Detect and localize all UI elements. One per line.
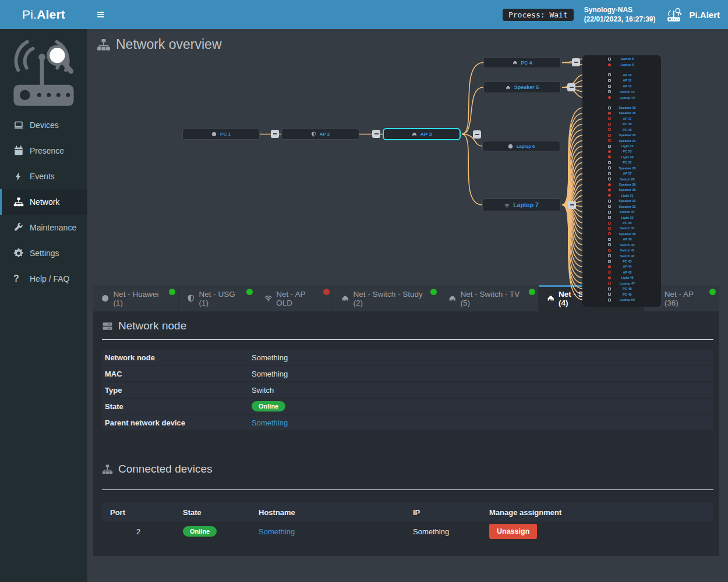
device-item-switch-37[interactable]: Switch 37 bbox=[582, 226, 661, 231]
process-status-badge: Process: Wait bbox=[503, 9, 574, 21]
connected-devices-table: PortStateHostnameIPManage assignment2Onl… bbox=[102, 489, 713, 541]
sidebar-item-help-faq[interactable]: ?Help / FAQ bbox=[0, 266, 87, 292]
device-item-ap-10[interactable]: AP 10 bbox=[582, 72, 661, 77]
device-item-speaker-20[interactable]: Speaker 20 bbox=[582, 133, 661, 138]
sidebar-item-devices[interactable]: Devices bbox=[0, 112, 87, 138]
network-node-laptop-7[interactable]: Laptop 7 bbox=[482, 198, 561, 211]
device-item-speaker-29[interactable]: Speaker 29 bbox=[582, 182, 661, 187]
sidebar: Pi.Alert DevicesPresenceEventsNetworkMai… bbox=[0, 0, 87, 582]
device-item-light-31[interactable]: Light 31 bbox=[582, 193, 661, 198]
tab-net-huawei-1[interactable]: Net - Huawei (1) bbox=[93, 285, 179, 311]
tab-net-switch-tv-5[interactable]: Net - Switch - TV (5) bbox=[440, 285, 538, 311]
shield-icon bbox=[311, 132, 316, 137]
brand-prefix: Pi. bbox=[22, 8, 37, 22]
tab-net-usg-1[interactable]: Net - USG (1) bbox=[179, 285, 256, 311]
device-item-switch-13[interactable]: Switch 13 bbox=[582, 89, 661, 94]
device-item-speaker-33[interactable]: Speaker 33 bbox=[582, 204, 661, 209]
hostname-link[interactable]: Something bbox=[259, 527, 295, 536]
device-item-ap-39[interactable]: AP 39 bbox=[582, 237, 661, 242]
status-dot-red bbox=[323, 289, 330, 295]
device-item-speaker-21[interactable]: Speaker 21 bbox=[582, 138, 661, 143]
sitemap-icon bbox=[102, 464, 113, 475]
collapse-button-sp5[interactable] bbox=[567, 83, 575, 91]
page-title: Network overview bbox=[97, 37, 719, 52]
device-item-light-22[interactable]: Light 22 bbox=[582, 144, 661, 149]
device-item-speaker-26[interactable]: Speaker 26 bbox=[582, 165, 661, 171]
ip-value: Something bbox=[405, 527, 486, 536]
device-item-light-46[interactable]: Light 46 bbox=[582, 275, 661, 281]
collapse-button-lp7[interactable] bbox=[568, 201, 576, 209]
network-node-laptop-6[interactable]: Laptop 6 bbox=[482, 141, 560, 151]
device-item-ap-45[interactable]: AP 45 bbox=[582, 269, 661, 275]
device-item-ap-11[interactable]: AP 11 bbox=[582, 78, 661, 83]
tab-net-switch-study-2[interactable]: Net - Switch - Study (2) bbox=[333, 285, 440, 311]
header-app-brand: Pi.Alert bbox=[666, 7, 720, 23]
device-item-pc-36[interactable]: PC 36 bbox=[582, 221, 661, 226]
device-item-switch-42[interactable]: Switch 42 bbox=[582, 253, 661, 258]
device-item-ap-44[interactable]: AP 44 bbox=[582, 264, 661, 269]
host-timestamp: (22/01/2023, 16:27:39) bbox=[584, 15, 656, 24]
device-item-speaker-16[interactable]: Speaker 16 bbox=[582, 111, 661, 116]
device-item-pc-43[interactable]: PC 43 bbox=[582, 259, 661, 264]
device-item-speaker-30[interactable]: Speaker 30 bbox=[582, 187, 661, 193]
device-item-pc-18[interactable]: PC 18 bbox=[582, 122, 661, 127]
device-item-ap-17[interactable]: AP 17 bbox=[582, 116, 661, 121]
status-dot-green bbox=[709, 289, 716, 295]
unassign-button[interactable]: Unassign bbox=[489, 524, 537, 539]
sidebar-item-network[interactable]: Network bbox=[0, 189, 87, 215]
network-node-ap-3[interactable]: AP 3 bbox=[383, 128, 461, 140]
ethernet-icon bbox=[412, 132, 417, 137]
device-item-switch-41[interactable]: Switch 41 bbox=[582, 248, 661, 253]
device-item-laptop-47[interactable]: Laptop 47 bbox=[582, 281, 661, 286]
bolt-icon bbox=[13, 171, 24, 182]
sidebar-item-presence[interactable]: Presence bbox=[0, 138, 87, 164]
parent-device-link[interactable]: Something bbox=[252, 418, 288, 427]
device-item-light-24[interactable]: Light 24 bbox=[582, 154, 661, 159]
tab-net-ap-old[interactable]: Net - AP OLD bbox=[256, 285, 333, 311]
collapse-button-ap3[interactable] bbox=[473, 130, 481, 139]
wifi-icon bbox=[504, 203, 510, 208]
network-node-ap-2[interactable]: AP 2 bbox=[281, 129, 359, 140]
sidebar-brand[interactable]: Pi.Alert bbox=[0, 0, 87, 29]
device-item-light-35[interactable]: Light 35 bbox=[582, 215, 661, 220]
device-item-ap-27[interactable]: AP 27 bbox=[582, 171, 661, 176]
device-item-speaker-32[interactable]: Speaker 32 bbox=[582, 198, 661, 204]
host-name: Synology-NAS bbox=[584, 5, 656, 15]
sidebar-item-settings[interactable]: Settings bbox=[0, 240, 87, 266]
device-item-pc-25[interactable]: PC 25 bbox=[582, 160, 661, 165]
device-item-switch-8[interactable]: Switch 8 bbox=[582, 56, 661, 62]
network-node-pc-4[interactable]: PC 4 bbox=[483, 57, 561, 68]
device-item-switch-40[interactable]: Switch 40 bbox=[582, 242, 661, 247]
device-item-speaker-15[interactable]: Speaker 15 bbox=[582, 105, 661, 111]
sidebar-item-events[interactable]: Events bbox=[0, 164, 87, 189]
device-item-pc-23[interactable]: PC 23 bbox=[582, 149, 661, 154]
collapse-button-pc1[interactable] bbox=[271, 130, 279, 138]
device-item-pc-48[interactable]: PC 48 bbox=[582, 286, 661, 292]
network-node-speaker-5[interactable]: Speaker 5 bbox=[483, 81, 561, 93]
device-item-laptop-14[interactable]: Laptop 14 bbox=[582, 95, 661, 100]
calendar-icon bbox=[13, 146, 24, 156]
detail-row-mac: MACSomething bbox=[102, 366, 713, 381]
wifi-icon bbox=[264, 294, 272, 303]
collapse-button-pc4[interactable] bbox=[572, 58, 580, 66]
device-item-ap-12[interactable]: AP 12 bbox=[582, 84, 661, 89]
device-item-pc-19[interactable]: PC 19 bbox=[582, 127, 661, 132]
status-dot-green bbox=[529, 289, 535, 295]
sidebar-nav: DevicesPresenceEventsNetworkMaintenanceS… bbox=[0, 112, 87, 292]
hamburger-menu-button[interactable] bbox=[87, 0, 114, 29]
detail-row-state: StateOnline bbox=[102, 399, 713, 414]
sidebar-item-maintenance[interactable]: Maintenance bbox=[0, 215, 87, 240]
device-item-pc-49[interactable]: PC 49 bbox=[582, 292, 661, 297]
detail-row-network-node: Network nodeSomething bbox=[102, 350, 713, 365]
device-item-switch-34[interactable]: Switch 34 bbox=[582, 210, 661, 215]
device-item-laptop-50[interactable]: Laptop 50 bbox=[582, 297, 661, 303]
network-node-pc-1[interactable]: PC 1 bbox=[182, 129, 260, 140]
device-item-laptop-9[interactable]: Laptop 9 bbox=[582, 62, 661, 68]
status-dot-green bbox=[246, 289, 253, 295]
device-item-speaker-38[interactable]: Speaker 38 bbox=[582, 231, 661, 236]
device-item-switch-28[interactable]: Switch 28 bbox=[582, 176, 661, 182]
collapse-button-ap2[interactable] bbox=[372, 130, 380, 138]
state-badge: Online bbox=[252, 401, 285, 411]
shield-icon bbox=[187, 294, 195, 303]
connected-device-row: 2OnlineSomethingSomethingUnassign bbox=[102, 521, 713, 541]
